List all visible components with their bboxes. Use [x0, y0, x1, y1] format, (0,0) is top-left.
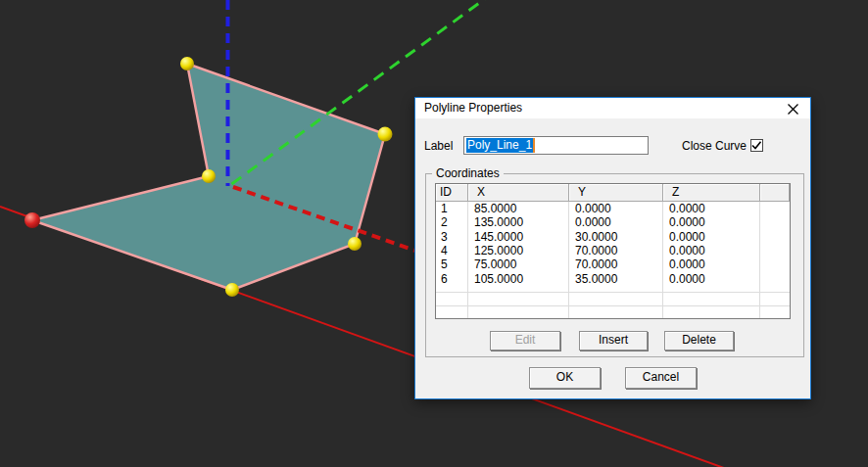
column-header-z[interactable]: Z	[663, 184, 760, 202]
ok-button[interactable]: OK	[529, 367, 601, 389]
table-cell[interactable]: 0.0000	[569, 215, 663, 229]
table-cell[interactable]: 6	[436, 272, 468, 286]
coordinates-table[interactable]: IDXYZ 185.00000.00000.00002135.00000.000…	[435, 183, 791, 319]
column-header-filler	[760, 184, 790, 202]
coordinates-group-label: Coordinates	[432, 167, 504, 180]
table-cell[interactable]: 2	[436, 215, 468, 229]
table-cell[interactable]: 3	[436, 230, 468, 244]
table-cell[interactable]: 0.0000	[663, 215, 760, 229]
delete-button[interactable]: Delete	[664, 331, 734, 350]
table-cell[interactable]: 30.0000	[569, 230, 663, 244]
table-row[interactable]: 2135.00000.00000.0000	[436, 215, 790, 229]
table-header[interactable]: IDXYZ	[436, 184, 790, 202]
polyline-properties-dialog: Polyline Properties Label Poly_Line_1 Cl…	[414, 97, 811, 399]
table-cell[interactable]: 5	[436, 257, 468, 271]
table-cell[interactable]: 0.0000	[663, 230, 760, 244]
vertex-point-4[interactable]	[378, 127, 393, 142]
table-cell[interactable]: 0.0000	[663, 202, 760, 215]
text-caret	[533, 138, 535, 153]
vertex-point-1[interactable]	[24, 212, 40, 228]
column-header-y[interactable]: Y	[569, 184, 663, 202]
vertex-point-3[interactable]	[348, 237, 362, 251]
table-row[interactable]: 6105.000035.00000.0000	[436, 272, 790, 286]
checkmark-icon	[751, 141, 762, 151]
dialog-titlebar[interactable]: Polyline Properties	[415, 98, 810, 118]
table-cell[interactable]: 4	[436, 244, 468, 257]
dialog-title: Polyline Properties	[424, 98, 522, 118]
table-cell[interactable]: 0.0000	[569, 202, 663, 215]
table-cell[interactable]: 35.0000	[569, 272, 663, 286]
close-curve-label: Close Curve	[682, 139, 747, 153]
label-input-value: Poly_Line_1	[466, 138, 533, 153]
table-row[interactable]: 4125.000070.00000.0000	[436, 244, 790, 257]
table-row[interactable]: 3145.000030.00000.0000	[436, 230, 790, 244]
table-cell[interactable]: 135.0000	[468, 215, 569, 229]
label-input[interactable]: Poly_Line_1	[463, 136, 649, 155]
table-cell[interactable]: 75.0000	[468, 257, 569, 271]
table-row[interactable]: 185.00000.00000.0000	[436, 202, 790, 215]
column-header-x[interactable]: X	[468, 184, 569, 202]
table-cell[interactable]: 70.0000	[569, 257, 663, 271]
table-cell[interactable]: 1	[436, 202, 468, 215]
table-cell[interactable]: 0.0000	[663, 257, 760, 271]
table-row[interactable]: 575.000070.00000.0000	[436, 257, 790, 271]
table-cell[interactable]: 0.0000	[663, 244, 760, 257]
viewport-3d[interactable]: Polyline Properties Label Poly_Line_1 Cl…	[0, 0, 868, 467]
label-field-label: Label	[424, 139, 453, 153]
grid-line-horizontal	[436, 292, 790, 293]
table-cell[interactable]: 70.0000	[569, 244, 663, 257]
close-icon[interactable]	[786, 102, 800, 117]
table-cell[interactable]: 0.0000	[663, 272, 760, 286]
vertex-point-2[interactable]	[225, 283, 239, 297]
edit-button[interactable]: Edit	[490, 331, 560, 350]
table-cell[interactable]: 105.0000	[468, 272, 569, 286]
grid-line-horizontal	[436, 305, 790, 306]
insert-button[interactable]: Insert	[579, 331, 648, 350]
vertex-point-6[interactable]	[202, 169, 216, 183]
table-cell[interactable]: 125.0000	[468, 244, 569, 257]
cancel-button[interactable]: Cancel	[625, 367, 697, 389]
column-header-id[interactable]: ID	[436, 184, 468, 202]
table-body[interactable]: 185.00000.00000.00002135.00000.00000.000…	[436, 202, 790, 318]
vertex-point-5[interactable]	[180, 57, 194, 70]
table-cell[interactable]: 85.0000	[468, 202, 569, 215]
close-curve-checkbox[interactable]	[750, 139, 763, 152]
coordinates-groupbox: Coordinates IDXYZ 185.00000.00000.000021…	[425, 173, 804, 357]
table-cell[interactable]: 145.0000	[468, 230, 569, 244]
